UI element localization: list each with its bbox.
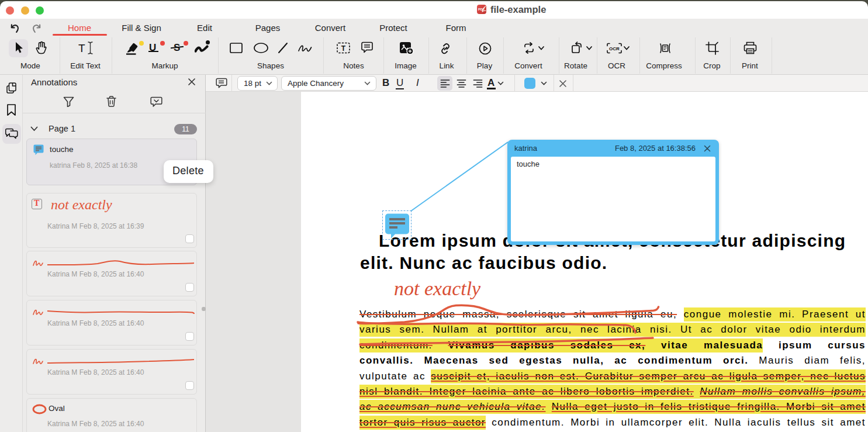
svg-text:T: T — [341, 44, 346, 53]
svg-text:OCR: OCR — [609, 46, 620, 51]
